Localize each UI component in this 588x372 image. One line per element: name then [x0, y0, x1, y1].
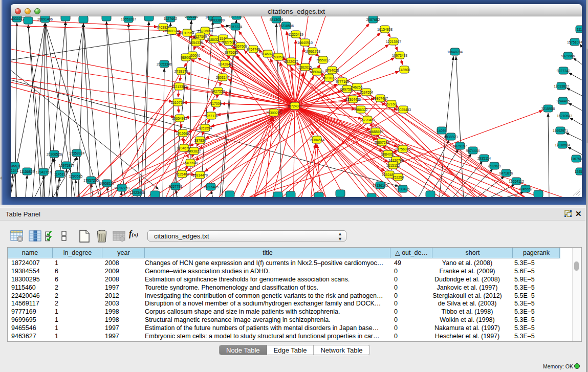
- svg-text:9242848: 9242848: [219, 62, 232, 66]
- svg-text:3912954: 3912954: [181, 31, 194, 35]
- svg-text:10756928: 10756928: [395, 147, 410, 151]
- svg-text:23364436: 23364436: [345, 98, 361, 101]
- svg-text:9327508: 9327508: [222, 40, 236, 44]
- svg-text:17359924: 17359924: [69, 151, 84, 155]
- svg-text:11156829: 11156829: [19, 170, 34, 173]
- svg-text:12213967: 12213967: [386, 40, 401, 43]
- svg-text:9777169: 9777169: [336, 80, 350, 83]
- svg-text:10961768: 10961768: [305, 50, 320, 53]
- svg-text:1054335: 1054335: [189, 41, 203, 45]
- svg-text:1244415: 1244415: [556, 99, 570, 103]
- svg-text:14095: 14095: [437, 129, 447, 133]
- svg-text:7955812: 7955812: [316, 58, 330, 62]
- svg-text:12942757: 12942757: [36, 170, 51, 174]
- svg-text:10025453: 10025453: [396, 108, 411, 112]
- svg-text:1588520: 1588520: [272, 55, 286, 59]
- svg-text:3624554: 3624554: [360, 91, 374, 94]
- svg-text:8267130: 8267130: [205, 114, 219, 118]
- svg-text:9245652: 9245652: [519, 187, 533, 191]
- svg-text:746266: 746266: [351, 85, 363, 89]
- svg-text:1117: 1117: [577, 28, 582, 31]
- svg-text:3493822: 3493822: [187, 149, 201, 153]
- svg-text:8990448: 8990448: [310, 70, 324, 74]
- svg-text:7357224: 7357224: [229, 25, 243, 29]
- svg-text:10958127: 10958127: [99, 182, 115, 185]
- svg-text:10975857: 10975857: [59, 164, 74, 167]
- svg-text:3875685: 3875685: [225, 51, 238, 54]
- svg-text:1353594: 1353594: [199, 126, 212, 130]
- svg-text:391541: 391541: [11, 169, 19, 172]
- svg-text:1362615: 1362615: [298, 65, 312, 69]
- svg-text:9657791: 9657791: [169, 185, 183, 188]
- svg-text:15751074: 15751074: [567, 40, 582, 44]
- svg-text:62160: 62160: [387, 102, 397, 106]
- svg-text:8454749: 8454749: [247, 48, 260, 51]
- svg-text:16120746: 16120746: [388, 159, 404, 162]
- svg-text:10654982: 10654982: [172, 117, 187, 120]
- svg-text:1615152: 1615152: [386, 164, 400, 167]
- svg-text:387834: 387834: [194, 139, 206, 142]
- svg-text:9227342: 9227342: [557, 69, 571, 73]
- svg-text:12213303: 12213303: [171, 85, 187, 89]
- svg-text:1290515: 1290515: [69, 174, 83, 178]
- svg-text:18807249: 18807249: [374, 141, 389, 144]
- svg-text:16971355: 16971355: [229, 16, 244, 18]
- svg-text:7625402: 7625402: [176, 172, 189, 176]
- svg-text:8660124: 8660124: [165, 29, 179, 33]
- svg-text:9474444: 9474444: [466, 149, 480, 152]
- svg-text:15692971: 15692971: [553, 129, 568, 133]
- svg-text:7986322: 7986322: [354, 108, 368, 112]
- svg-text:8322037: 8322037: [285, 60, 298, 63]
- svg-text:10688609: 10688609: [368, 130, 383, 134]
- svg-text:16782759: 16782759: [114, 186, 129, 190]
- svg-text:16640910: 16640910: [297, 41, 313, 45]
- svg-text:17016504: 17016504: [555, 143, 570, 147]
- svg-text:16914479: 16914479: [192, 173, 208, 177]
- svg-text:18724007: 18724007: [287, 104, 302, 108]
- svg-text:15720407: 15720407: [360, 118, 375, 122]
- svg-text:10653287: 10653287: [121, 17, 136, 21]
- svg-text:16154808: 16154808: [377, 28, 393, 31]
- svg-text:8471676: 8471676: [499, 171, 513, 175]
- svg-text:10654112: 10654112: [509, 180, 524, 183]
- svg-text:1733426: 1733426: [396, 187, 410, 191]
- svg-text:98901: 98901: [181, 56, 191, 59]
- svg-text:10973493: 10973493: [392, 54, 407, 57]
- svg-text:17957225: 17957225: [83, 179, 99, 182]
- svg-text:9329966: 9329966: [561, 54, 575, 58]
- svg-text:12923448: 12923448: [129, 191, 145, 194]
- svg-text:124502: 124502: [575, 170, 582, 173]
- svg-text:8938923: 8938923: [444, 135, 458, 139]
- svg-text:12033822: 12033822: [554, 84, 569, 88]
- svg-text:1610755: 1610755: [171, 101, 185, 104]
- svg-text:114519: 114519: [54, 172, 66, 176]
- svg-text:6466160: 6466160: [185, 16, 199, 18]
- svg-text:2367608: 2367608: [234, 45, 248, 48]
- svg-text:15409948: 15409948: [183, 161, 198, 165]
- svg-text:9427552: 9427552: [211, 90, 225, 93]
- svg-text:20053346: 20053346: [157, 62, 172, 66]
- svg-text:10807467: 10807467: [373, 97, 388, 100]
- svg-text:11325419: 11325419: [288, 33, 303, 36]
- svg-text:6794028: 6794028: [325, 69, 339, 72]
- svg-text:2718176: 2718176: [175, 70, 188, 73]
- svg-text:10648784: 10648784: [447, 50, 463, 54]
- svg-text:6879197: 6879197: [453, 144, 467, 148]
- svg-text:20206526: 20206526: [47, 152, 62, 156]
- svg-text:2935114: 2935114: [477, 157, 491, 160]
- svg-text:15716485: 15716485: [203, 185, 219, 189]
- svg-text:8813054: 8813054: [270, 18, 284, 21]
- svg-text:23300203: 23300203: [266, 111, 281, 115]
- svg-text:2087682: 2087682: [366, 18, 380, 21]
- svg-text:9084067: 9084067: [381, 152, 395, 156]
- svg-text:16210643: 16210643: [557, 114, 572, 118]
- svg-text:16033809: 16033809: [209, 18, 225, 22]
- svg-text:748500: 748500: [399, 68, 410, 72]
- svg-text:19384554: 19384554: [309, 138, 324, 142]
- svg-text:20691406: 20691406: [37, 17, 53, 21]
- svg-text:13226058: 13226058: [198, 29, 213, 33]
- svg-text:1621022: 1621022: [322, 76, 336, 80]
- svg-text:1527602: 1527602: [164, 17, 178, 20]
- svg-text:14035572: 14035572: [11, 17, 25, 20]
- svg-text:116753: 116753: [571, 157, 582, 161]
